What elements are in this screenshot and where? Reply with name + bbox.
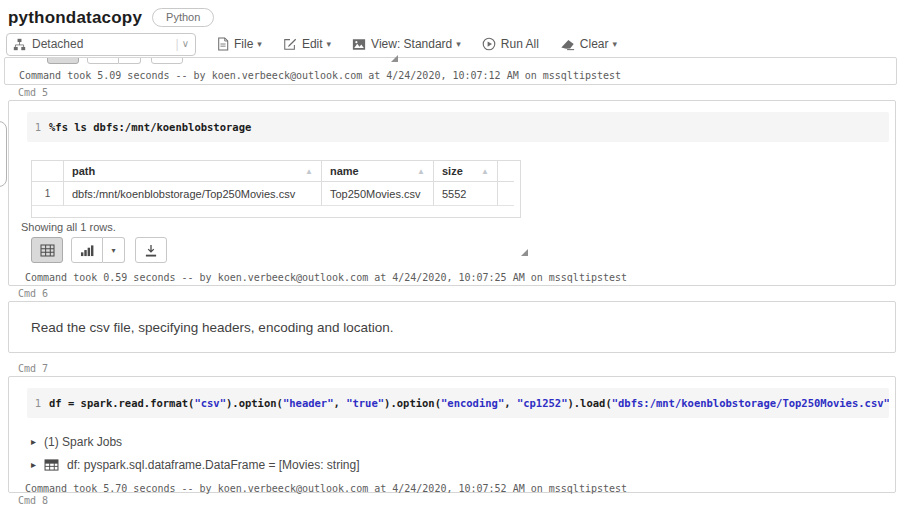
cell-path: dbfs:/mnt/koenblobstorage/Top250Movies.c…	[64, 182, 322, 206]
databricks-notebook: pythondatacopy Python Detached | ∨ File …	[0, 0, 900, 507]
clear-menu-label: Clear	[580, 37, 609, 51]
clear-icon	[560, 38, 575, 51]
row-number-header	[32, 161, 64, 182]
edit-menu[interactable]: Edit ▾	[283, 37, 331, 51]
dataframe-output-row[interactable]: ▸ df: pyspark.sql.dataframe.DataFrame = …	[31, 457, 895, 472]
cluster-selector[interactable]: Detached | ∨	[6, 33, 196, 56]
cmd7-label: Cmd 7	[18, 363, 900, 375]
row-count-text: Showing all 1 rows.	[21, 221, 895, 234]
dataframe-table-icon	[44, 459, 59, 471]
view-menu-label: View: Standard	[371, 37, 452, 51]
notebook-toolbar: Detached | ∨ File ▾ Edit ▾ View: Standar…	[0, 30, 900, 57]
chart-options-caret[interactable]: ▾	[119, 58, 141, 64]
cell-name: Top250Movies.csv	[322, 182, 434, 206]
result-table: path▲ name▲ size▲ 1 dbfs:/mnt/koenblobst…	[31, 160, 521, 218]
result-table-header: path▲ name▲ size▲	[32, 161, 520, 182]
file-icon	[217, 37, 229, 51]
clear-menu[interactable]: Clear ▾	[560, 37, 617, 51]
table-view-button[interactable]	[31, 237, 63, 263]
sort-icon[interactable]: ▲	[411, 167, 425, 176]
view-icon	[352, 38, 366, 51]
chevron-down-icon: ∨	[182, 39, 189, 49]
table-spacer	[32, 206, 520, 217]
caret-down-icon: ▾	[613, 39, 618, 49]
collapse-caret-icon[interactable]: ▸	[31, 459, 36, 470]
table-view-button[interactable]	[47, 58, 79, 64]
row-number: 1	[32, 182, 64, 206]
cell-cmd7[interactable]: 1 df = spark.read.format("csv").option("…	[8, 376, 896, 493]
caret-down-icon: ▾	[327, 39, 332, 49]
cmd7-code: df = spark.read.format("csv").option("he…	[49, 397, 889, 409]
markdown-text: Read the csv file, specifying headers, e…	[31, 320, 393, 335]
language-badge[interactable]: Python	[152, 8, 214, 27]
view-menu[interactable]: View: Standard ▾	[352, 37, 461, 51]
cmd7-status: Command took 5.70 seconds -- by koen.ver…	[9, 483, 895, 494]
spark-jobs-row[interactable]: ▸ (1) Spark Jobs	[31, 434, 895, 449]
table-row: 1 dbfs:/mnt/koenblobstorage/Top250Movies…	[32, 182, 520, 206]
caret-down-icon: ▾	[456, 39, 461, 49]
output-resize-handle[interactable]	[521, 249, 528, 256]
cell-side-bracket[interactable]	[0, 121, 7, 187]
cmd5-status: Command took 0.59 seconds -- by koen.ver…	[9, 272, 895, 283]
cmd5-label: Cmd 5	[18, 87, 900, 99]
column-header-path[interactable]: path▲	[64, 161, 322, 182]
cmd5-code-editor[interactable]: 1 %fs ls dbfs:/mnt/koenblobstorage	[27, 112, 889, 142]
cell-cmd4-output: ▾ Command took 5.09 seconds -- by koen.v…	[4, 57, 897, 85]
line-number: 1	[27, 397, 41, 409]
dataframe-output-text: df: pyspark.sql.dataframe.DataFrame = [M…	[67, 458, 359, 472]
file-menu-label: File	[234, 37, 253, 51]
file-menu[interactable]: File ▾	[217, 37, 262, 51]
edit-menu-label: Edit	[302, 37, 323, 51]
column-header-name[interactable]: name▲	[322, 161, 434, 182]
cmd5-code: %fs ls dbfs:/mnt/koenblobstorage	[49, 121, 251, 133]
chart-view-button[interactable]	[87, 58, 119, 64]
output-resize-handle[interactable]	[391, 55, 398, 62]
spark-jobs-label: (1) Spark Jobs	[44, 435, 122, 449]
table-gutter	[498, 161, 514, 182]
notebook-title[interactable]: pythondatacopy	[8, 8, 142, 28]
cell-cmd6[interactable]: Read the csv file, specifying headers, e…	[8, 301, 896, 353]
cell-cmd5[interactable]: 1 %fs ls dbfs:/mnt/koenblobstorage path▲…	[8, 100, 896, 286]
download-button[interactable]	[135, 237, 167, 263]
download-button[interactable]	[151, 58, 183, 64]
sort-icon[interactable]: ▲	[299, 167, 313, 176]
line-number: 1	[27, 121, 41, 133]
edit-icon	[283, 37, 297, 51]
chart-options-caret[interactable]: ▾	[103, 237, 125, 263]
column-header-size[interactable]: size▲	[434, 161, 498, 182]
cmd6-label: Cmd 6	[18, 288, 900, 300]
run-all-label: Run All	[501, 37, 539, 51]
cmd7-code-editor[interactable]: 1 df = spark.read.format("csv").option("…	[27, 388, 889, 418]
cluster-separator: |	[176, 37, 179, 51]
cmd8-label: Cmd 8	[18, 495, 900, 507]
cmd4-clipped-buttons: ▾	[5, 58, 896, 65]
output-controls: ▾	[31, 237, 895, 263]
cmd4-status: Command took 5.09 seconds -- by koen.ver…	[5, 70, 896, 81]
notebook-header: pythondatacopy Python	[0, 0, 900, 30]
run-all-button[interactable]: Run All	[482, 37, 539, 51]
table-gutter	[498, 182, 514, 206]
caret-down-icon: ▾	[257, 39, 262, 49]
chart-view-button[interactable]	[71, 237, 103, 263]
sort-icon[interactable]: ▲	[475, 167, 489, 176]
collapse-caret-icon[interactable]: ▸	[31, 436, 36, 447]
cell-size: 5552	[434, 182, 498, 206]
cluster-selector-label: Detached	[32, 37, 176, 51]
run-all-icon	[482, 37, 496, 51]
cluster-icon	[13, 38, 26, 51]
